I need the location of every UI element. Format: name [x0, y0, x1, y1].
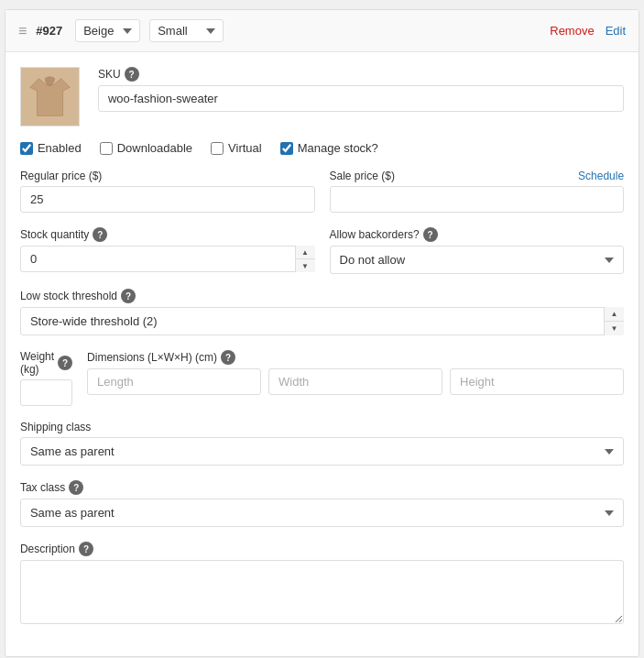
- regular-price-input[interactable]: [20, 186, 315, 213]
- remove-button[interactable]: Remove: [550, 24, 594, 38]
- downloadable-checkbox-label[interactable]: Downloadable: [100, 141, 192, 155]
- schedule-link[interactable]: Schedule: [578, 170, 624, 182]
- dimensions-help-icon[interactable]: ?: [221, 350, 235, 365]
- checkbox-row: Enabled Downloadable Virtual Manage stoc…: [20, 141, 624, 155]
- stock-quantity-col: Stock quantity ? ▲ ▼: [20, 227, 315, 274]
- virtual-checkbox-label[interactable]: Virtual: [211, 141, 262, 155]
- variation-body: SKU ? Enabled Downloadable Virtual: [5, 52, 639, 656]
- sale-price-input[interactable]: [330, 186, 625, 213]
- variation-header: ≡ #927 Beige Red Blue Green Small Medium…: [5, 10, 639, 52]
- low-stock-down-button[interactable]: ▼: [605, 322, 624, 335]
- description-textarea[interactable]: [20, 560, 624, 624]
- size-select[interactable]: Small Medium Large XL: [149, 19, 224, 42]
- weight-label: Weight (kg) ?: [20, 350, 72, 376]
- shipping-class-select[interactable]: Same as parent No shipping class: [20, 437, 624, 466]
- edit-button[interactable]: Edit: [606, 24, 626, 38]
- sku-label: SKU ?: [98, 67, 624, 82]
- backorders-label: Allow backorders? ?: [330, 227, 625, 242]
- regular-price-label: Regular price ($): [20, 170, 315, 182]
- variation-panel: ≡ #927 Beige Red Blue Green Small Medium…: [5, 9, 639, 657]
- top-section: SKU ?: [20, 67, 624, 126]
- downloadable-checkbox[interactable]: [100, 142, 113, 155]
- sale-price-label-row: Sale price ($) Schedule: [330, 170, 625, 182]
- tax-class-help-icon[interactable]: ?: [69, 480, 83, 495]
- low-stock-section: Low stock threshold ? ▲ ▼: [20, 289, 624, 335]
- virtual-label: Virtual: [228, 141, 262, 155]
- low-stock-input-wrap: ▲ ▼: [20, 307, 624, 335]
- color-select[interactable]: Beige Red Blue Green: [75, 19, 140, 42]
- enabled-checkbox[interactable]: [20, 142, 33, 155]
- drag-handle-icon[interactable]: ≡: [18, 23, 27, 39]
- dimensions-col: Dimensions (L×W×H) (cm) ?: [87, 350, 624, 406]
- header-actions: Remove Edit: [550, 24, 626, 38]
- shipping-class-section: Shipping class Same as parent No shippin…: [20, 421, 624, 466]
- regular-price-col: Regular price ($): [20, 170, 315, 213]
- variation-id: #927: [36, 24, 62, 38]
- width-input[interactable]: [268, 368, 442, 395]
- price-row: Regular price ($) Sale price ($) Schedul…: [20, 170, 624, 213]
- stock-row: Stock quantity ? ▲ ▼ Allow backorders? ?: [20, 227, 624, 274]
- tax-class-select[interactable]: Same as parent Standard Reduced rate Zer…: [20, 499, 624, 527]
- manage-stock-label: Manage stock?: [298, 141, 378, 155]
- manage-stock-checkbox-label[interactable]: Manage stock?: [280, 141, 378, 155]
- enabled-checkbox-label[interactable]: Enabled: [20, 141, 82, 155]
- backorders-help-icon[interactable]: ?: [423, 227, 438, 242]
- backorders-col: Allow backorders? ? Do not allow Allow A…: [330, 227, 625, 274]
- weight-dimensions-row: Weight (kg) ? Dimensions (L×W×H) (cm) ?: [20, 350, 624, 406]
- low-stock-label: Low stock threshold ?: [20, 289, 624, 303]
- sku-help-icon[interactable]: ?: [125, 67, 139, 82]
- stock-quantity-down-button[interactable]: ▼: [296, 259, 315, 272]
- low-stock-input[interactable]: [20, 307, 624, 335]
- shipping-class-label: Shipping class: [20, 421, 624, 433]
- enabled-label: Enabled: [38, 141, 82, 155]
- sale-price-col: Sale price ($) Schedule: [330, 170, 625, 213]
- low-stock-up-button[interactable]: ▲: [605, 307, 624, 322]
- stock-quantity-spinner: ▲ ▼: [295, 246, 315, 272]
- length-input[interactable]: [87, 368, 261, 395]
- tax-class-section: Tax class ? Same as parent Standard Redu…: [20, 480, 624, 527]
- stock-quantity-input-wrap: ▲ ▼: [20, 246, 315, 272]
- product-image[interactable]: [20, 67, 80, 126]
- weight-input[interactable]: [20, 379, 72, 406]
- sku-input[interactable]: [98, 85, 624, 112]
- stock-quantity-up-button[interactable]: ▲: [296, 246, 315, 259]
- stock-quantity-label: Stock quantity ?: [20, 227, 315, 242]
- dimensions-inputs: [87, 368, 624, 395]
- virtual-checkbox[interactable]: [211, 142, 224, 155]
- description-label: Description ?: [20, 542, 624, 556]
- weight-help-icon[interactable]: ?: [58, 356, 72, 370]
- sku-section: SKU ?: [98, 67, 624, 112]
- tax-class-label: Tax class ?: [20, 480, 624, 495]
- downloadable-label: Downloadable: [117, 141, 192, 155]
- height-input[interactable]: [450, 368, 624, 395]
- sale-price-label: Sale price ($): [330, 170, 395, 182]
- stock-quantity-help-icon[interactable]: ?: [93, 227, 107, 242]
- manage-stock-checkbox[interactable]: [280, 142, 293, 155]
- stock-quantity-input[interactable]: [20, 246, 315, 272]
- weight-col: Weight (kg) ?: [20, 350, 72, 406]
- dimensions-label: Dimensions (L×W×H) (cm) ?: [87, 350, 624, 365]
- backorders-select[interactable]: Do not allow Allow Allow, but notify cus…: [330, 246, 625, 274]
- low-stock-help-icon[interactable]: ?: [121, 289, 136, 303]
- description-section: Description ?: [20, 542, 624, 627]
- description-help-icon[interactable]: ?: [79, 542, 93, 556]
- low-stock-spinner: ▲ ▼: [604, 307, 624, 335]
